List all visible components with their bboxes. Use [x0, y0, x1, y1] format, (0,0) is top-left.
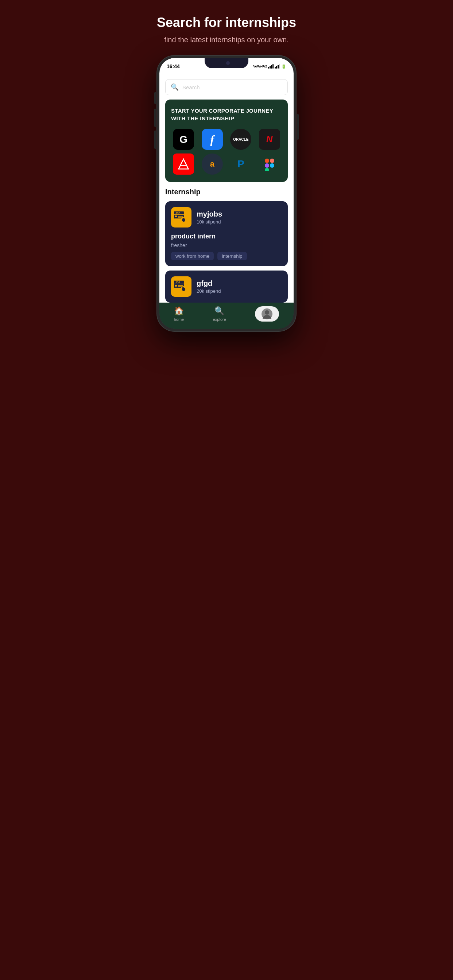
amazon-logo[interactable]: a: [202, 153, 223, 175]
signal-bar-1: [268, 67, 269, 68]
svg-rect-5: [265, 163, 269, 168]
svg-rect-12: [175, 216, 177, 218]
nav-home[interactable]: 🏠 home: [174, 306, 184, 321]
svg-point-26: [182, 288, 185, 291]
job-card-2-header: JOB gfgd 20k: [171, 276, 282, 297]
internship-section: Internship JOB: [160, 188, 293, 302]
job-card-1[interactable]: JOB myjob: [165, 201, 288, 266]
phone-outer: 16:44 VoWi-Fi2 🔋: [157, 56, 296, 331]
corporate-banner-title: START YOUR CORPORATE JOURNEY WITH THE IN…: [171, 107, 282, 122]
page-header: Search for internships find the latest i…: [150, 14, 303, 45]
job-tag-wfh: work from home: [171, 252, 214, 260]
facebook-logo[interactable]: f: [202, 129, 223, 150]
signal-bar-8: [279, 64, 280, 68]
svg-rect-3: [265, 159, 269, 163]
signal-bar-5: [274, 67, 276, 68]
job-info-right-1: myjobs 10k stipend: [196, 210, 282, 224]
signal-bar-2: [270, 66, 271, 68]
oracle-logo[interactable]: ORACLE: [230, 129, 251, 150]
status-icons: VoWi-Fi2 🔋: [253, 64, 286, 69]
paypal-logo[interactable]: P: [230, 153, 251, 175]
nav-explore[interactable]: 🔍 explore: [213, 306, 226, 321]
job-tag-internship: internship: [217, 252, 247, 260]
nav-profile-button[interactable]: [255, 306, 279, 321]
nav-explore-label: explore: [213, 317, 226, 321]
job-tags-1: work from home internship: [171, 252, 282, 260]
phone-screen: 🔍 Search START YOUR CORPORATE JOURNEY WI…: [160, 73, 293, 302]
home-icon: 🏠: [174, 306, 184, 316]
signal-bar-3: [271, 65, 272, 68]
job-card-1-header: JOB myjob: [171, 207, 282, 228]
signal-bars: [268, 64, 274, 68]
job-level-1: fresher: [171, 242, 282, 248]
status-time: 16:44: [167, 64, 180, 69]
profile-avatar: [262, 309, 273, 320]
job-title-1: product intern: [171, 232, 282, 240]
adobe-logo[interactable]: [173, 153, 194, 175]
svg-point-28: [265, 310, 269, 315]
nav-home-label: home: [174, 317, 184, 321]
phone-frame: 16:44 VoWi-Fi2 🔋: [157, 56, 296, 331]
status-bar: 16:44 VoWi-Fi2 🔋: [160, 58, 293, 73]
signal-bar-6: [276, 66, 277, 68]
job-icon-1: JOB: [171, 207, 191, 228]
notch: [205, 58, 248, 68]
figma-logo[interactable]: [259, 153, 280, 175]
explore-icon: 🔍: [214, 306, 224, 316]
svg-point-16: [182, 218, 185, 222]
side-button-power: [297, 114, 299, 140]
svg-text:JOB: JOB: [175, 212, 180, 215]
wifi-label: VoWi-Fi2: [253, 65, 267, 68]
side-button-vol-down: [154, 130, 156, 149]
side-button-vol-up: [154, 109, 156, 127]
search-icon: 🔍: [171, 83, 179, 91]
job-card-2[interactable]: JOB gfgd 20k: [165, 270, 288, 302]
job-icon-2: JOB: [171, 276, 191, 297]
svg-rect-7: [265, 168, 269, 171]
bottom-nav: 🏠 home 🔍 explore: [160, 302, 293, 329]
job-stipend-2: 20k stipend: [196, 288, 282, 294]
svg-marker-1: [179, 159, 188, 169]
section-title: Internship: [165, 188, 288, 196]
search-container: 🔍 Search: [160, 73, 293, 100]
search-bar[interactable]: 🔍 Search: [165, 79, 288, 95]
signal-bar-7: [278, 65, 279, 68]
svg-rect-4: [270, 159, 274, 163]
battery-icon: 🔋: [281, 64, 286, 69]
search-placeholder: Search: [182, 84, 200, 91]
netflix-logo[interactable]: N: [259, 129, 280, 150]
job-company-2: gfgd: [196, 279, 282, 288]
signal-bar-4: [273, 64, 274, 68]
svg-rect-22: [175, 285, 177, 287]
job-stipend-1: 10k stipend: [196, 219, 282, 224]
svg-text:G: G: [179, 134, 187, 145]
page-subtitle: find the latest internships on your own.: [157, 35, 296, 45]
google-logo[interactable]: G: [173, 129, 194, 150]
side-button-mute: [154, 92, 156, 104]
svg-text:JOB: JOB: [175, 281, 180, 284]
job-info-right-2: gfgd 20k stipend: [196, 279, 282, 294]
page-title: Search for internships: [157, 14, 296, 30]
job-company-1: myjobs: [196, 210, 282, 218]
notch-camera: [226, 61, 230, 65]
company-logos-grid: G f ORACLE N: [171, 129, 282, 175]
signal-bars-2: [274, 64, 280, 68]
svg-point-6: [270, 163, 274, 168]
corporate-banner: START YOUR CORPORATE JOURNEY WITH THE IN…: [165, 100, 288, 182]
